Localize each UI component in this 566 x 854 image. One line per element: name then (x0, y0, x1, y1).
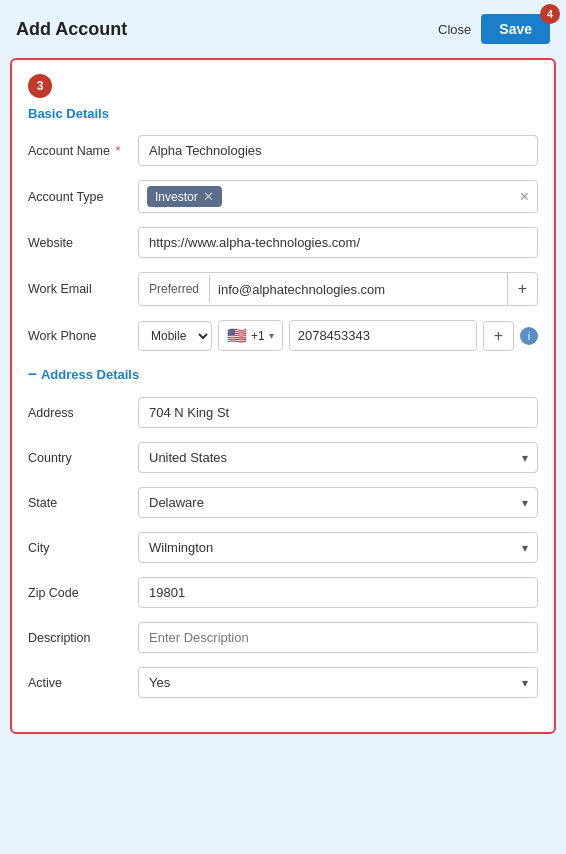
description-input[interactable] (138, 622, 538, 653)
chevron-down-icon: ▾ (269, 330, 274, 341)
work-phone-label: Work Phone (28, 329, 138, 343)
add-email-button[interactable]: + (507, 273, 537, 305)
zip-row: Zip Code (28, 577, 538, 608)
phone-input[interactable] (289, 320, 477, 351)
account-type-row: Account Type Investor ✕ × (28, 180, 538, 213)
dash-icon: – (28, 365, 37, 383)
email-field: Preferred + (138, 272, 538, 306)
save-badge: 4 (540, 4, 560, 24)
address-input[interactable] (138, 397, 538, 428)
address-label: Address (28, 406, 138, 420)
zip-label: Zip Code (28, 586, 138, 600)
add-phone-button[interactable]: + (483, 321, 514, 351)
website-label: Website (28, 236, 138, 250)
city-select-wrap: Wilmington Dover Newark ▾ (138, 532, 538, 563)
city-row: City Wilmington Dover Newark ▾ (28, 532, 538, 563)
flag-icon: 🇺🇸 (227, 326, 247, 345)
save-button-wrap: Save 4 (481, 14, 550, 44)
account-type-field[interactable]: Investor ✕ × (138, 180, 538, 213)
header-actions: Close Save 4 (438, 14, 550, 44)
work-phone-row: Work Phone Mobile Work Home 🇺🇸 +1 ▾ + i (28, 320, 538, 351)
account-name-input[interactable] (138, 135, 538, 166)
description-label: Description (28, 631, 138, 645)
tag-remove-button[interactable]: ✕ (203, 189, 214, 204)
basic-details-title: Basic Details (28, 106, 538, 121)
save-button[interactable]: Save (481, 14, 550, 44)
email-preferred-badge: Preferred (139, 275, 210, 303)
info-button[interactable]: i (520, 327, 538, 345)
phone-country-selector[interactable]: 🇺🇸 +1 ▾ (218, 320, 283, 351)
address-row: Address (28, 397, 538, 428)
state-select[interactable]: Delaware California New York Texas Flori… (138, 487, 538, 518)
website-row: Website (28, 227, 538, 258)
account-name-label: Account Name * (28, 144, 138, 158)
state-select-wrap: Delaware California New York Texas Flori… (138, 487, 538, 518)
account-name-row: Account Name * (28, 135, 538, 166)
description-row: Description (28, 622, 538, 653)
state-row: State Delaware California New York Texas… (28, 487, 538, 518)
form-container: 3 Basic Details Account Name * Account T… (10, 58, 556, 734)
state-label: State (28, 496, 138, 510)
country-select-wrap: United States Canada United Kingdom Aust… (138, 442, 538, 473)
work-email-row: Work Email Preferred + (28, 272, 538, 306)
active-label: Active (28, 676, 138, 690)
country-label: Country (28, 451, 138, 465)
website-input[interactable] (138, 227, 538, 258)
phone-type-select[interactable]: Mobile Work Home (138, 321, 212, 351)
account-type-label: Account Type (28, 190, 138, 204)
phone-country-code: +1 (251, 329, 265, 343)
field-clear-button[interactable]: × (514, 188, 529, 206)
phone-field: Mobile Work Home 🇺🇸 +1 ▾ + i (138, 320, 538, 351)
city-select[interactable]: Wilmington Dover Newark (138, 532, 538, 563)
required-asterisk: * (112, 144, 120, 158)
country-row: Country United States Canada United King… (28, 442, 538, 473)
section-badge: 3 (28, 74, 52, 98)
page-title: Add Account (16, 19, 127, 40)
city-label: City (28, 541, 138, 555)
zip-input[interactable] (138, 577, 538, 608)
active-row: Active Yes No ▾ (28, 667, 538, 698)
active-select-wrap: Yes No ▾ (138, 667, 538, 698)
country-select[interactable]: United States Canada United Kingdom Aust… (138, 442, 538, 473)
header: Add Account Close Save 4 (0, 0, 566, 58)
account-type-tag: Investor ✕ (147, 186, 222, 207)
email-input[interactable] (210, 275, 507, 304)
close-button[interactable]: Close (438, 22, 471, 37)
active-select[interactable]: Yes No (138, 667, 538, 698)
address-details-title: – Address Details (28, 365, 538, 383)
work-email-label: Work Email (28, 282, 138, 296)
